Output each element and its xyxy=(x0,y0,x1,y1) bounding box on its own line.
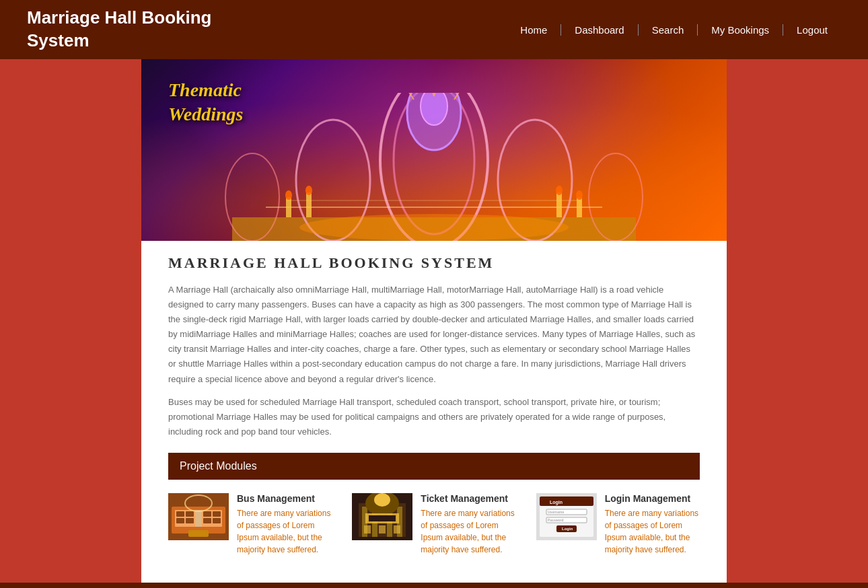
main-content: Marriage Hall Booking System A Marriage … xyxy=(141,241,727,583)
hero-text-line1: Thematic xyxy=(168,79,242,100)
svg-rect-26 xyxy=(203,511,211,517)
nav-logout[interactable]: Logout xyxy=(783,24,841,36)
svg-text:Username: Username xyxy=(548,510,564,514)
module-info-login: Login Management There are many variatio… xyxy=(605,493,700,556)
nav-my-bookings[interactable]: My Bookings xyxy=(698,24,783,36)
page-wrapper: Marriage Hall Booking System Home Dashbo… xyxy=(0,0,868,588)
module-title-ticket: Ticket Management xyxy=(421,493,515,504)
project-modules-label: Project Modules xyxy=(180,460,257,472)
svg-rect-23 xyxy=(195,510,202,527)
module-card-ticket: Ticket Management There are many variati… xyxy=(352,493,515,556)
svg-rect-31 xyxy=(213,518,221,523)
module-thumb-login: Login Username Password Login xyxy=(536,493,597,540)
svg-rect-45 xyxy=(379,525,386,534)
svg-rect-25 xyxy=(186,511,194,517)
module-desc-ticket: There are many variations of passages of… xyxy=(421,507,515,556)
project-modules-header: Project Modules xyxy=(168,453,700,480)
svg-point-41 xyxy=(374,493,390,507)
svg-text:Login: Login xyxy=(550,500,563,505)
title-line1: Marriage Hall Booking xyxy=(27,7,212,28)
svg-point-19 xyxy=(556,186,563,195)
module-title-bus: Bus Management xyxy=(237,493,332,504)
module-desc-login: There are many variations of passages of… xyxy=(605,507,700,556)
page-title: Marriage Hall Booking System xyxy=(168,254,700,272)
footer xyxy=(0,583,868,588)
svg-rect-32 xyxy=(188,530,209,537)
svg-point-18 xyxy=(576,190,583,200)
svg-rect-28 xyxy=(176,518,184,523)
hero-decoration xyxy=(198,93,670,241)
title-line2: System xyxy=(27,30,89,50)
svg-point-11 xyxy=(299,214,569,241)
main-container: Marriage Hall Booking System A Marriage … xyxy=(0,241,868,583)
svg-rect-46 xyxy=(394,525,400,534)
svg-rect-27 xyxy=(213,511,221,517)
module-thumb-ticket xyxy=(352,493,412,540)
main-nav: Home Dashboard Search My Bookings Logout xyxy=(507,24,841,36)
description-paragraph-1: A Marriage Hall (archaically also omniMa… xyxy=(168,283,700,387)
svg-point-17 xyxy=(305,186,312,195)
hero-text-line2: Weddings xyxy=(168,104,244,124)
module-desc-bus: There are many variations of passages of… xyxy=(237,507,332,556)
svg-rect-15 xyxy=(556,192,562,217)
svg-rect-24 xyxy=(176,511,184,517)
module-card-login: Login Username Password Login Login xyxy=(536,493,700,556)
nav-search[interactable]: Search xyxy=(639,24,698,36)
description-paragraph-2: Buses may be used for scheduled Marriage… xyxy=(168,395,700,439)
site-title: Marriage Hall Booking System xyxy=(27,7,507,52)
hero-text: Thematic Weddings xyxy=(168,78,244,127)
svg-rect-43 xyxy=(369,515,396,521)
svg-rect-13 xyxy=(306,192,312,217)
module-info-bus: Bus Management There are many variations… xyxy=(237,493,332,556)
svg-rect-49 xyxy=(540,497,593,506)
svg-rect-14 xyxy=(577,197,582,217)
module-info-ticket: Ticket Management There are many variati… xyxy=(421,493,515,556)
modules-grid: Bus Management There are many variations… xyxy=(168,493,700,556)
hero-image: Thematic Weddings xyxy=(141,59,727,241)
header: Marriage Hall Booking System Home Dashbo… xyxy=(0,0,868,59)
svg-rect-29 xyxy=(186,518,194,523)
module-title-login: Login Management xyxy=(605,493,700,504)
svg-rect-44 xyxy=(364,525,371,534)
svg-point-4 xyxy=(421,93,447,125)
svg-rect-12 xyxy=(286,197,291,217)
svg-text:Login: Login xyxy=(562,527,573,531)
module-card-bus: Bus Management There are many variations… xyxy=(168,493,332,556)
svg-point-16 xyxy=(285,190,292,200)
nav-home[interactable]: Home xyxy=(507,24,561,36)
svg-rect-30 xyxy=(203,518,211,523)
nav-dashboard[interactable]: Dashboard xyxy=(561,24,638,36)
module-thumb-bus xyxy=(168,493,229,540)
svg-text:Password: Password xyxy=(548,518,564,522)
